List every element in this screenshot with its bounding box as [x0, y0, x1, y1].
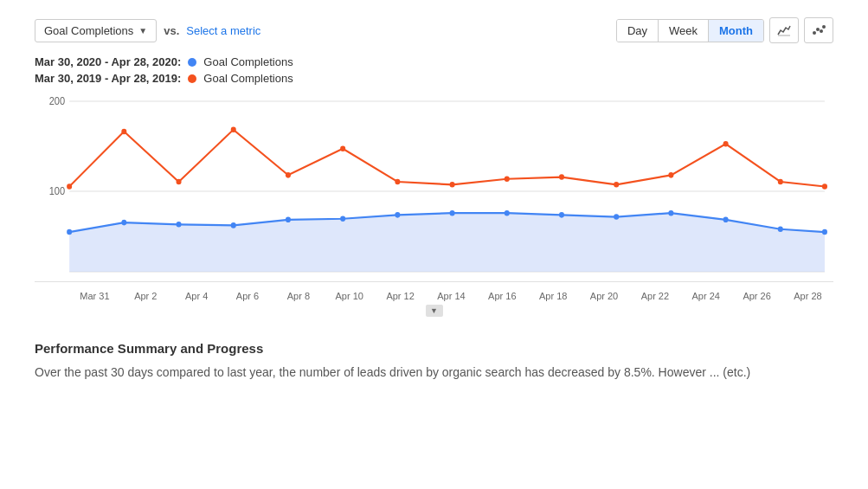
svg-point-11	[67, 229, 72, 235]
performance-body: Over the past 30 days compared to last y…	[35, 363, 833, 382]
svg-point-40	[822, 183, 827, 190]
x-label-apr8: Apr 8	[273, 291, 324, 301]
x-label-mar31: Mar 31	[69, 291, 120, 301]
x-label-apr12: Apr 12	[375, 291, 426, 301]
week-button[interactable]: Week	[659, 20, 709, 42]
top-right-controls: Day Week Month	[616, 17, 833, 43]
svg-point-38	[723, 141, 729, 147]
x-axis-labels: Mar 31 Apr 2 Apr 4 Apr 6 Apr 8 Apr 10 Ap…	[35, 287, 833, 301]
svg-point-15	[286, 217, 291, 223]
svg-text:100: 100	[49, 186, 65, 197]
x-label-apr10: Apr 10	[324, 291, 375, 301]
dropdown-arrow-icon: ▼	[138, 26, 147, 35]
svg-point-25	[822, 229, 827, 235]
svg-point-23	[723, 217, 729, 223]
svg-point-17	[395, 212, 400, 218]
svg-point-27	[121, 129, 126, 135]
time-button-group: Day Week Month	[616, 19, 764, 42]
select-metric-link[interactable]: Select a metric	[186, 24, 260, 37]
chart-container: 200 100	[35, 92, 833, 282]
x-label-apr4: Apr 4	[171, 291, 222, 301]
svg-point-33	[450, 182, 455, 188]
scroll-arrow-button[interactable]: ▼	[426, 305, 443, 317]
top-bar: Goal Completions ▼ vs. Select a metric D…	[35, 17, 833, 43]
legend-date-2019: Mar 30, 2019 - Apr 28, 2019:	[35, 72, 181, 85]
x-label-apr14: Apr 14	[426, 291, 477, 301]
x-label-apr20: Apr 20	[579, 291, 630, 301]
top-left-controls: Goal Completions ▼ vs. Select a metric	[35, 19, 260, 42]
line-chart-icon-button[interactable]	[769, 17, 799, 43]
svg-point-30	[286, 172, 291, 178]
svg-point-28	[177, 179, 182, 185]
legend-row-2020: Mar 30, 2020 - Apr 28, 2020: Goal Comple…	[35, 55, 833, 68]
svg-point-16	[340, 216, 345, 222]
x-label-apr26: Apr 26	[731, 291, 782, 301]
x-label-apr2: Apr 2	[120, 291, 171, 301]
legend-dot-orange	[188, 74, 196, 83]
legend-dot-blue	[188, 58, 196, 67]
svg-point-4	[822, 25, 826, 29]
performance-section: Performance Summary and Progress Over th…	[35, 341, 833, 382]
svg-point-22	[668, 210, 673, 216]
svg-point-29	[231, 127, 236, 133]
svg-point-26	[67, 183, 72, 190]
svg-point-13	[177, 222, 182, 228]
legend-metric-2019: Goal Completions	[203, 72, 293, 85]
svg-point-31	[340, 145, 345, 151]
x-label-apr24: Apr 24	[680, 291, 731, 301]
svg-point-2	[816, 28, 820, 31]
chart-svg: 200 100	[35, 92, 833, 281]
legend-metric-2020: Goal Completions	[203, 55, 293, 68]
svg-point-3	[820, 29, 823, 33]
chart-legend: Mar 30, 2020 - Apr 28, 2020: Goal Comple…	[35, 55, 833, 85]
svg-point-24	[778, 226, 783, 232]
svg-point-18	[450, 210, 455, 216]
svg-point-1	[813, 31, 816, 35]
svg-text:200: 200	[49, 96, 65, 107]
svg-point-14	[231, 222, 236, 228]
svg-point-19	[505, 210, 510, 216]
svg-point-21	[614, 214, 619, 220]
performance-title: Performance Summary and Progress	[35, 341, 833, 356]
svg-point-12	[121, 220, 126, 226]
svg-point-20	[559, 212, 564, 218]
svg-marker-10	[69, 213, 825, 272]
x-label-apr16: Apr 16	[477, 291, 528, 301]
metric-label: Goal Completions	[44, 24, 133, 37]
vs-label: vs.	[164, 24, 179, 37]
dot-chart-icon-button[interactable]	[804, 17, 833, 43]
svg-point-39	[778, 179, 783, 185]
svg-point-36	[614, 182, 619, 188]
svg-point-34	[505, 176, 510, 182]
day-button[interactable]: Day	[617, 20, 659, 42]
month-button[interactable]: Month	[709, 20, 763, 42]
dot-chart-icon	[812, 24, 826, 36]
x-label-apr22: Apr 22	[629, 291, 680, 301]
svg-point-32	[395, 179, 400, 185]
x-label-apr6: Apr 6	[222, 291, 273, 301]
metric-dropdown[interactable]: Goal Completions ▼	[35, 19, 157, 42]
legend-date-2020: Mar 30, 2020 - Apr 28, 2020:	[35, 55, 181, 68]
legend-row-2019: Mar 30, 2019 - Apr 28, 2019: Goal Comple…	[35, 72, 833, 85]
line-chart-icon	[777, 24, 791, 36]
svg-point-35	[559, 174, 564, 180]
x-label-apr18: Apr 18	[528, 291, 579, 301]
x-label-apr28: Apr 28	[782, 291, 833, 301]
scroll-indicator: ▼	[35, 305, 833, 317]
svg-point-37	[668, 172, 673, 178]
